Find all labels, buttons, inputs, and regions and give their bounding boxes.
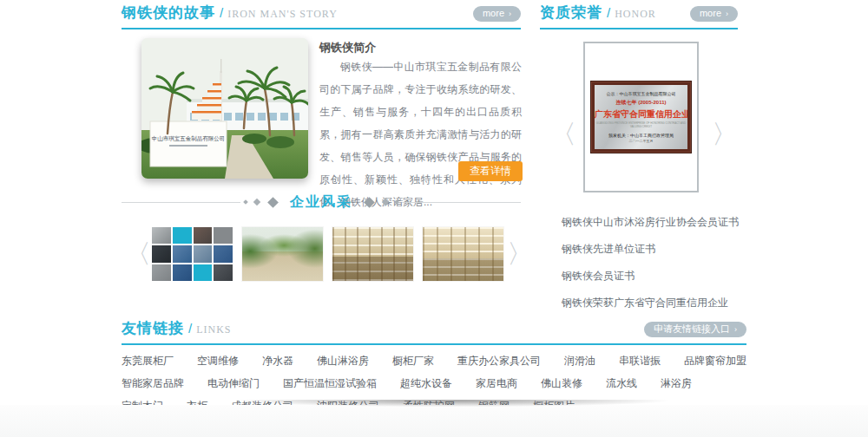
certificate-plaque-face: 公示：中山市琪宝五金制品有限公司 连续七年 (2005-2011) 广东省守合同… (595, 85, 687, 149)
mosaic-cell (214, 264, 233, 281)
plaque-english-line: GUANGDONG PROVINCE ENTERPRISE OF HONORIN… (595, 121, 687, 128)
plaque-company-line: 公示：中山市琪宝五金制品有限公司 (595, 91, 687, 96)
header-slash: / (220, 5, 223, 20)
friend-link[interactable]: 家居电商 (476, 377, 517, 389)
chevron-right-icon: › (726, 10, 728, 18)
friend-link[interactable]: 佛山淋浴房 (317, 355, 369, 367)
friend-link[interactable]: 佛山装修 (541, 377, 582, 389)
divider-line-left (122, 202, 240, 203)
links-subtitle: LINKS (196, 323, 231, 336)
showcase-thumbnail-mosaic[interactable] (152, 227, 233, 281)
diamond-icon (267, 197, 279, 208)
mosaic-cell (173, 227, 192, 244)
about-paragraph: 钢铁侠——中山市琪宝五金制品有限公司的下属子品牌，专注于收纳系统的研发、生产、销… (319, 55, 522, 213)
diamond-icon (364, 197, 375, 208)
story-section-header: 钢铁侠的故事 / IRON MAN'S STORY more› (122, 2, 521, 29)
honor-list-item[interactable]: 钢铁侠中山市沐浴房行业协会会员证书 (562, 215, 744, 230)
honor-section-header: 资质荣誉 / HONOR more› (540, 2, 738, 29)
apply-link-label: 申请友情链接入口 (654, 323, 730, 334)
certificate-plaque: 公示：中山市琪宝五金制品有限公司 连续七年 (2005-2011) 广东省守合同… (590, 81, 692, 153)
friend-link[interactable]: 净水器 (262, 355, 293, 367)
mosaic-cell (152, 264, 171, 281)
honor-next-arrow[interactable]: 〉 (712, 121, 738, 147)
honor-more-button[interactable]: more› (690, 6, 738, 22)
showcase-title: 企业风采 (290, 193, 352, 212)
mosaic-cell (152, 227, 171, 244)
showcase-thumbnail-workshop2[interactable] (423, 227, 503, 281)
divider-line-right (402, 202, 521, 203)
honor-subtitle: HONOR (615, 8, 656, 21)
view-details-button[interactable]: 查看详情 (458, 161, 523, 181)
honor-header-text: 资质荣誉 / HONOR (540, 3, 656, 23)
plaque-date-line: 二〇一二年五月 (595, 139, 687, 143)
honor-title: 资质荣誉 (540, 3, 602, 23)
showcase-thumbnail-workshop1[interactable] (332, 227, 413, 281)
showcase-thumbnail-road[interactable] (242, 227, 323, 281)
mosaic-cell (214, 245, 233, 262)
links-title: 友情链接 (122, 318, 184, 338)
footer-band (0, 405, 868, 437)
mosaic-cell (214, 227, 233, 244)
links-header-text: 友情链接 / LINKS (122, 318, 232, 338)
mosaic-cell (194, 227, 213, 244)
friend-link[interactable]: 串联谐振 (619, 355, 661, 367)
chevron-right-icon: › (734, 325, 737, 334)
mosaic-cell (173, 264, 192, 281)
friend-link[interactable]: 智能家居品牌 (122, 377, 184, 389)
friend-link[interactable]: 橱柜厂家 (392, 355, 434, 367)
friend-link[interactable]: 东莞展柜厂 (122, 355, 174, 367)
apply-link-button[interactable]: 申请友情链接入口› (644, 322, 746, 337)
mosaic-cell (194, 245, 213, 262)
links-section-header: 友情链接 / LINKS 申请友情链接入口› (122, 317, 746, 345)
honor-list-item[interactable]: 钢铁侠会员证书 (562, 269, 744, 284)
story-more-label: more (483, 8, 504, 18)
diamond-dot-icon (243, 199, 248, 205)
story-title: 钢铁侠的故事 (122, 3, 215, 23)
honor-more-label: more (700, 8, 721, 18)
factory-entrance-illustration: 中山市琪宝五金制品有限公司 (141, 38, 308, 179)
honor-prev-arrow[interactable]: 〈 (550, 121, 576, 147)
story-subtitle: IRON MAN'S STORY (227, 8, 338, 21)
header-slash: / (188, 321, 192, 336)
content-bottom-shadow (130, 400, 773, 409)
honor-list: 钢铁侠中山市沐浴房行业协会会员证书钢铁侠先进单位证书钢铁侠会员证书钢铁侠荣获广东… (562, 215, 744, 323)
friend-link[interactable]: 品牌窗帘加盟 (684, 355, 746, 367)
page: 钢铁侠的故事 / IRON MAN'S STORY more› (0, 0, 868, 437)
company-photo[interactable]: 中山市琪宝五金制品有限公司 (141, 38, 308, 179)
mosaic-cell (173, 245, 192, 262)
friend-link[interactable]: 流水线 (606, 377, 637, 389)
friend-link[interactable]: 空调维修 (197, 355, 239, 367)
mosaic-cell (152, 245, 171, 262)
honor-list-item[interactable]: 钢铁侠荣获广东省守合同重信用企业 (562, 296, 744, 310)
certificate-card[interactable]: 公示：中山市琪宝五金制品有限公司 连续七年 (2005-2011) 广东省守合同… (583, 42, 699, 192)
showcase-prev-arrow[interactable]: 〈 (125, 241, 151, 267)
plaque-issuer-line: 颁发机关：中山市工商行政管理局 (595, 133, 687, 138)
header-slash: / (607, 5, 610, 20)
friend-link[interactable]: 电动伸缩门 (207, 377, 260, 389)
diamond-dot-icon (382, 199, 389, 205)
about-heading: 钢铁侠简介 (319, 40, 521, 55)
showcase-next-arrow[interactable]: 〉 (507, 241, 533, 267)
friend-link[interactable]: 润滑油 (564, 355, 595, 367)
story-more-button[interactable]: more› (473, 6, 521, 22)
chevron-right-icon: › (509, 10, 511, 18)
diamond-dot-icon (253, 199, 260, 205)
mosaic-cell (194, 264, 213, 281)
friend-link[interactable]: 重庆办公家具公司 (457, 355, 541, 367)
plaque-years-line: 连续七年 (2005-2011) (595, 99, 687, 107)
friend-link[interactable]: 淋浴房 (661, 377, 692, 389)
story-header-text: 钢铁侠的故事 / IRON MAN'S STORY (122, 3, 338, 23)
diamond-dot-icon (394, 199, 399, 205)
gate-sign-text: 中山市琪宝五金制品有限公司 (152, 135, 226, 142)
honor-list-item[interactable]: 钢铁侠先进单位证书 (562, 242, 744, 257)
friend-link[interactable]: 国产恒温恒湿试验箱 (283, 377, 377, 389)
showcase-divider: 企业风采 (122, 192, 521, 212)
plaque-award-title: 广东省守合同重信用企业 (595, 108, 687, 121)
friend-link[interactable]: 超纯水设备 (400, 377, 452, 389)
